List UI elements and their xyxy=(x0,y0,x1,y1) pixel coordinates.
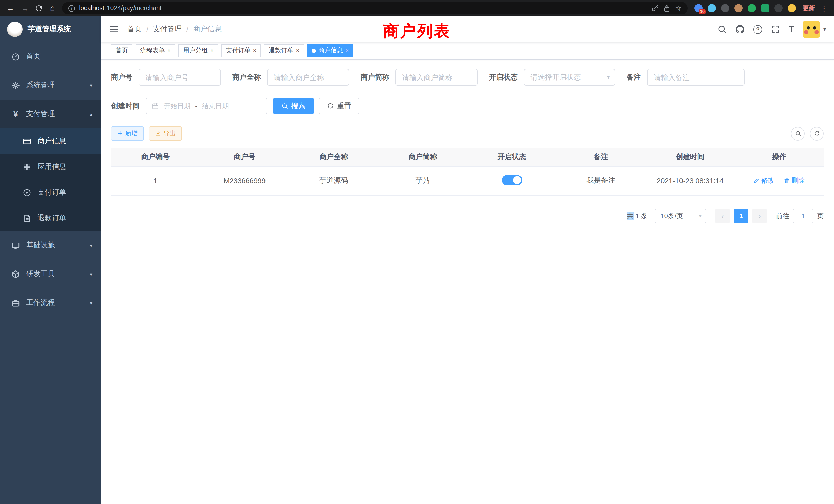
close-icon[interactable]: × xyxy=(253,48,257,53)
fullscreen-icon[interactable] xyxy=(771,25,780,34)
full-name-input[interactable] xyxy=(267,69,349,86)
cube-icon xyxy=(11,270,20,278)
password-key-icon[interactable] xyxy=(652,4,659,12)
delete-button[interactable]: 删除 xyxy=(784,176,805,185)
site-info-icon[interactable]: i xyxy=(68,5,75,12)
chevron-down-icon: ▾ xyxy=(90,243,92,248)
order-icon xyxy=(23,188,31,197)
user-menu[interactable]: ▾ xyxy=(803,21,826,38)
address-bar[interactable]: i localhost :1024/pay/merchant ☆ xyxy=(62,2,688,14)
tab-process-form[interactable]: 流程表单 × xyxy=(136,44,175,57)
extension-icon-4[interactable] xyxy=(734,4,743,12)
browser-menu-icon[interactable]: ⋮ xyxy=(820,4,829,12)
tab-pay-order[interactable]: 支付订单 × xyxy=(221,44,261,57)
calendar-icon xyxy=(152,102,159,110)
close-icon[interactable]: × xyxy=(168,48,171,53)
close-icon[interactable]: × xyxy=(346,48,349,53)
edit-button[interactable]: 修改 xyxy=(754,176,775,185)
col-short-name: 商户简称 xyxy=(378,148,467,166)
merchant-no-input[interactable] xyxy=(139,69,221,86)
table-header-row: 商户编号 商户号 商户全称 商户简称 开启状态 备注 创建时间 操作 xyxy=(111,148,824,166)
next-page-button[interactable]: › xyxy=(752,209,767,223)
font-size-icon[interactable]: T xyxy=(789,25,794,34)
col-remark: 备注 xyxy=(556,148,645,166)
sidebar-item-label: 研发工具 xyxy=(26,270,55,279)
prev-page-button[interactable]: ‹ xyxy=(716,209,730,223)
sidebar-item-label: 商户信息 xyxy=(38,137,66,146)
sidebar-item-refund-order[interactable]: 退款订单 xyxy=(0,205,101,231)
chrome-update-button[interactable]: 更新 xyxy=(803,4,815,13)
gear-icon xyxy=(11,81,20,90)
sidebar-item-payment[interactable]: ¥ 支付管理 ▴ xyxy=(0,99,101,128)
browser-reload-button[interactable] xyxy=(35,4,43,12)
extension-icon-5[interactable] xyxy=(748,4,756,12)
refresh-table-button[interactable] xyxy=(810,127,824,140)
plus-icon xyxy=(117,130,123,137)
sidebar-item-label: 工作流程 xyxy=(26,298,55,307)
tab-merchant-info[interactable]: 商户信息 × xyxy=(307,44,354,57)
bookmark-star-icon[interactable]: ☆ xyxy=(675,2,681,14)
remark-input[interactable] xyxy=(647,69,745,86)
tab-home[interactable]: 首页 xyxy=(111,44,132,57)
sidebar-item-merchant-info[interactable]: 商户信息 xyxy=(0,128,101,154)
url-path: :1024/pay/merchant xyxy=(105,5,162,12)
url-host: localhost xyxy=(79,5,105,12)
cell-merchant-no: M233666999 xyxy=(200,166,289,195)
create-time-range-picker[interactable]: 开始日期 - 结束日期 xyxy=(146,97,267,114)
cell-actions: 修改 删除 xyxy=(734,166,824,195)
grid-icon xyxy=(23,162,31,171)
pagination-total: 共 1 条 xyxy=(627,211,648,221)
screen: ← → ⌂ i localhost :1024/pay/merchant ☆ 1… xyxy=(0,0,834,504)
full-name-label: 商户全称 xyxy=(232,73,261,82)
sidebar-item-home[interactable]: 首页 xyxy=(0,42,101,71)
export-button[interactable]: 导出 xyxy=(149,126,182,141)
extension-icon-6[interactable] xyxy=(761,4,769,12)
search-icon xyxy=(795,130,801,137)
toggle-search-button[interactable] xyxy=(791,127,805,140)
sidebar-item-pay-order[interactable]: 支付订单 xyxy=(0,180,101,205)
short-name-input[interactable] xyxy=(395,69,478,86)
breadcrumb: 首页 / 支付管理 / 商户信息 xyxy=(127,25,222,34)
monitor-icon xyxy=(11,241,20,250)
yen-icon: ¥ xyxy=(11,110,20,118)
add-button[interactable]: 新增 xyxy=(111,126,144,141)
hamburger-icon[interactable] xyxy=(109,24,119,35)
sidebar-item-infrastructure[interactable]: 基础设施 ▾ xyxy=(0,231,101,260)
breadcrumb-home[interactable]: 首页 xyxy=(127,25,142,34)
page-size-select[interactable]: 10条/页 ▾ xyxy=(655,209,706,223)
search-button[interactable]: 搜索 xyxy=(273,97,314,114)
tab-user-group[interactable]: 用户分组 × xyxy=(178,44,218,57)
end-date-placeholder: 结束日期 xyxy=(202,101,229,111)
share-icon[interactable] xyxy=(663,4,671,12)
close-icon[interactable]: × xyxy=(210,48,214,53)
extension-icon-1[interactable]: 10 xyxy=(694,4,703,12)
sidebar-item-dev-tools[interactable]: 研发工具 ▾ xyxy=(0,260,101,289)
merchant-table: 商户编号 商户号 商户全称 商户简称 开启状态 备注 创建时间 操作 1 xyxy=(111,148,824,195)
sidebar-item-workflow[interactable]: 工作流程 ▾ xyxy=(0,289,101,317)
github-icon[interactable] xyxy=(736,25,745,34)
browser-home-button[interactable]: ⌂ xyxy=(47,0,58,17)
status-select[interactable]: 请选择开启状态 ▾ xyxy=(524,69,615,86)
sidebar-item-system[interactable]: 系统管理 ▾ xyxy=(0,71,101,99)
browser-back-button[interactable]: ← xyxy=(5,0,16,17)
close-icon[interactable]: × xyxy=(296,48,300,53)
goto-page-input[interactable] xyxy=(793,209,813,223)
extension-icon-2[interactable] xyxy=(708,4,716,12)
search-icon[interactable] xyxy=(718,25,727,34)
goto-unit: 页 xyxy=(817,211,824,221)
extension-icon-3[interactable] xyxy=(721,4,729,12)
help-icon[interactable]: ? xyxy=(753,25,762,33)
breadcrumb-payment[interactable]: 支付管理 xyxy=(153,25,182,34)
profile-avatar-icon[interactable] xyxy=(788,4,796,12)
extension-icon-7[interactable] xyxy=(774,4,783,12)
create-time-label: 创建时间 xyxy=(111,101,140,111)
tab-refund-order[interactable]: 退款订单 × xyxy=(264,44,304,57)
page-number-1[interactable]: 1 xyxy=(734,209,748,223)
browser-forward-button[interactable]: → xyxy=(20,0,30,17)
logo-avatar xyxy=(7,22,23,37)
sidebar-item-app-info[interactable]: 应用信息 xyxy=(0,154,101,180)
edit-icon xyxy=(754,178,760,184)
app-logo[interactable]: 芋道管理系统 xyxy=(0,17,101,42)
reset-button[interactable]: 重置 xyxy=(319,97,359,114)
status-toggle[interactable] xyxy=(502,175,522,185)
